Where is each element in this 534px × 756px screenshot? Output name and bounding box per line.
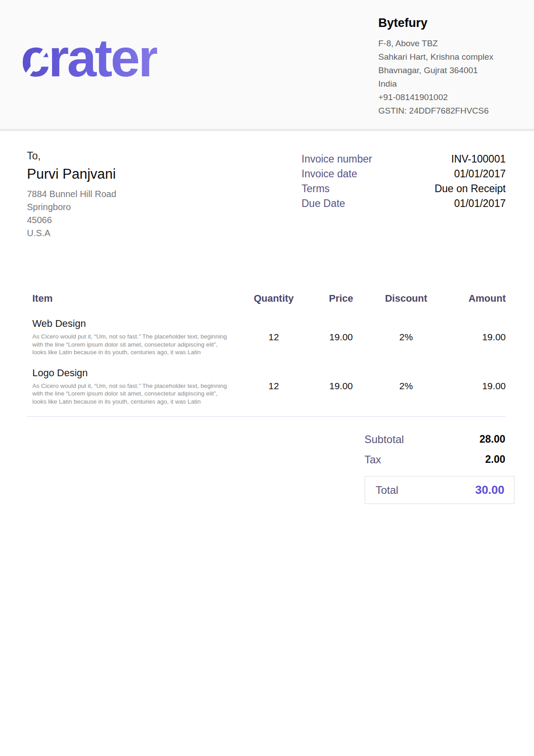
column-header-item: Item — [27, 292, 238, 305]
invoice-date-label: Invoice date — [302, 167, 357, 181]
company-gstin: GSTIN: 24DDF7682FHVCS6 — [378, 104, 526, 118]
company-info-block: Bytefury F-8, Above TBZ Sahkari Hart, Kr… — [378, 16, 526, 118]
invoice-date-value: 01/01/2017 — [454, 167, 506, 181]
tax-label: Tax — [364, 453, 381, 466]
column-header-quantity: Quantity — [238, 292, 310, 305]
company-address-line: F-8, Above TBZ — [378, 37, 526, 50]
table-row: Logo Design As Cicero would put it, “Um,… — [27, 367, 506, 406]
to-label: To, — [27, 150, 116, 162]
company-address-line: Sahkari Hart, Krishna complex — [378, 50, 526, 64]
item-cell: Web Design As Cicero would put it, “Um, … — [27, 318, 238, 356]
recipient-name: Purvi Panjvani — [27, 166, 116, 182]
line-items-table: Item Quantity Price Discount Amount Web … — [27, 292, 506, 417]
item-discount: 2% — [372, 381, 440, 391]
terms-row: Terms Due on Receipt — [302, 181, 506, 196]
item-name: Logo Design — [32, 367, 238, 379]
item-amount: 19.00 — [440, 381, 506, 391]
item-description: As Cicero would put it, “Um, not so fast… — [32, 382, 232, 406]
subtotal-value: 28.00 — [479, 433, 505, 445]
invoice-meta-block: Invoice number INV-100001 Invoice date 0… — [302, 152, 506, 211]
invoice-number-label: Invoice number — [302, 152, 372, 167]
tax-row: Tax 2.00 — [364, 449, 515, 470]
table-row: Web Design As Cicero would put it, “Um, … — [27, 318, 506, 356]
item-cell: Logo Design As Cicero would put it, “Um,… — [27, 367, 238, 406]
totals-block: Subtotal 28.00 Tax 2.00 Total 30.00 — [364, 429, 515, 504]
item-amount: 19.00 — [440, 332, 506, 343]
recipient-address-line: 7884 Bunnel Hill Road — [27, 188, 116, 201]
grand-total-value: 30.00 — [475, 483, 504, 497]
item-name: Web Design — [32, 318, 238, 330]
recipient-address-line: U.S.A — [27, 227, 116, 240]
column-header-price: Price — [310, 292, 372, 305]
crater-logo: crater — [21, 31, 157, 87]
invoice-number-value: INV-100001 — [451, 152, 506, 167]
due-date-label: Due Date — [302, 196, 345, 211]
subtotal-row: Subtotal 28.00 — [364, 429, 515, 449]
item-discount: 2% — [372, 332, 440, 343]
company-address-line: India — [378, 77, 526, 91]
due-date-row: Due Date 01/01/2017 — [302, 196, 506, 211]
item-price: 19.00 — [310, 332, 372, 343]
company-phone: +91-08141901002 — [378, 91, 526, 104]
company-address-line: Bhavnagar, Gujrat 364001 — [378, 64, 526, 77]
bill-to-block: To, Purvi Panjvani 7884 Bunnel Hill Road… — [27, 150, 116, 240]
invoice-number-row: Invoice number INV-100001 — [302, 152, 506, 167]
terms-label: Terms — [302, 181, 330, 196]
grand-total-label: Total — [376, 484, 398, 497]
item-quantity: 12 — [238, 381, 310, 391]
tax-value: 2.00 — [485, 453, 505, 466]
subtotal-label: Subtotal — [364, 433, 404, 446]
recipient-address-line: 45066 — [27, 214, 116, 227]
invoice-header-band: crater Bytefury F-8, Above TBZ Sahkari H… — [0, 0, 534, 131]
item-description: As Cicero would put it, “Um, not so fast… — [32, 333, 232, 356]
item-quantity: 12 — [238, 332, 310, 343]
recipient-address: 7884 Bunnel Hill Road Springboro 45066 U… — [27, 188, 116, 240]
logo-slash-decoration — [171, 49, 191, 74]
company-name: Bytefury — [378, 16, 526, 30]
column-header-amount: Amount — [440, 292, 506, 305]
due-date-value: 01/01/2017 — [454, 196, 506, 211]
recipient-address-line: Springboro — [27, 201, 116, 214]
table-bottom-divider — [27, 416, 506, 417]
table-header-row: Item Quantity Price Discount Amount — [27, 292, 506, 305]
terms-value: Due on Receipt — [434, 181, 506, 196]
column-header-discount: Discount — [372, 292, 440, 305]
item-price: 19.00 — [310, 381, 372, 391]
invoice-date-row: Invoice date 01/01/2017 — [302, 167, 506, 181]
grand-total-box: Total 30.00 — [364, 476, 515, 504]
company-address: F-8, Above TBZ Sahkari Hart, Krishna com… — [378, 37, 526, 118]
